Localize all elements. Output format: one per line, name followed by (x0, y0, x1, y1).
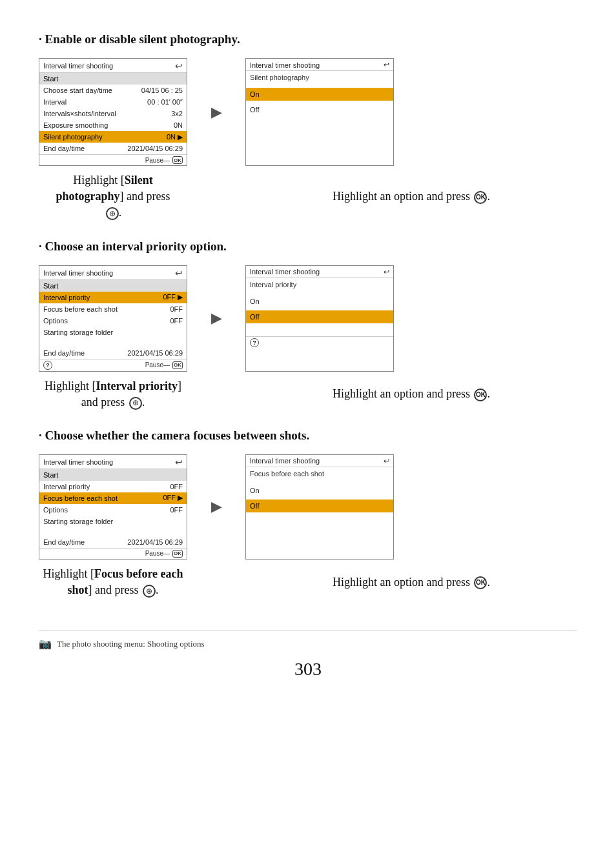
back-arrow-icon-2: ↩ (175, 268, 183, 278)
right-screen-1-title: Interval timer shooting (250, 61, 320, 69)
row-1-2-label: Interval (43, 98, 67, 106)
row-3-2-highlighted: Focus before each shot 0FF ▶ (39, 492, 187, 504)
left-screen-1-footer: Pause— OK (39, 154, 187, 165)
row-1-4: Exposure smoothing 0N (39, 119, 187, 131)
right-option-on-1: On (246, 88, 393, 101)
right-screen-2-header: Interval timer shooting ↩ (246, 266, 393, 278)
footer-text: The photo shooting menu: Shooting option… (57, 639, 205, 649)
right-caption-1: Highlight an option and press OK. (245, 172, 577, 221)
arrow-icon-1: ▶ (211, 104, 222, 121)
two-col-2: Interval timer shooting ↩ Start Interval… (39, 265, 577, 372)
row-1-2: Interval 00 : 01′ 00″ (39, 96, 187, 108)
section-heading-3: · Choose whether the camera focuses betw… (39, 429, 577, 443)
row-start-label-1: Start (43, 75, 58, 83)
heading-text-3: · Choose whether the camera focuses betw… (39, 429, 309, 442)
row-3-spacer (39, 527, 187, 536)
right-screen-1-header: Interval timer shooting ↩ (246, 59, 393, 71)
row-2-spacer (39, 338, 187, 347)
right-screen-3: Interval timer shooting ↩ Focus before e… (245, 454, 394, 560)
row-2-1-highlighted: Interval priority 0FF ▶ (39, 292, 187, 303)
left-screen-1: Interval timer shooting ↩ Start Choose s… (39, 58, 187, 166)
left-screen-1-title: Interval timer shooting (43, 62, 113, 70)
footer-pause-2: Pause— (55, 361, 170, 368)
right-screen-2: Interval timer shooting ↩ Interval prior… (245, 265, 394, 372)
row-3-3: Options 0FF (39, 504, 187, 516)
left-screen-3-title: Interval timer shooting (43, 458, 113, 466)
left-screen-3-footer: Pause— OK (39, 548, 187, 559)
row-1-5-val: 0N ▶ (167, 133, 183, 141)
footer-pause-text-1: Pause— (145, 157, 170, 164)
right-back-arrow-2: ↩ (384, 268, 389, 276)
page-content: · Enable or disable silent photography. … (39, 32, 577, 680)
ok-badge-1: OK (172, 156, 183, 164)
row-1-1-label: Choose start day/time (43, 86, 112, 94)
right-screen-1: Interval timer shooting ↩ Silent photogr… (245, 58, 394, 166)
section-focus-before-shot: · Choose whether the camera focuses betw… (39, 429, 577, 598)
footer-pause-3: Pause— (43, 550, 170, 557)
left-screen-2-footer: ? Pause— OK (39, 359, 187, 371)
row-3-4: Starting storage folder (39, 516, 187, 527)
right-screen-3-header: Interval timer shooting ↩ (246, 455, 393, 467)
question-mark-2: ? (43, 361, 52, 370)
nav-circle-3: ⊕ (143, 585, 156, 598)
row-1-3-label: Intervals×shots/interval (43, 110, 116, 117)
row-1-4-val: 0N (174, 121, 183, 129)
ok-circle-2: OK (474, 389, 487, 401)
row-start-1: Start (39, 73, 187, 85)
two-col-1: Interval timer shooting ↩ Start Choose s… (39, 58, 577, 166)
row-2-6: End day/time 2021/04/15 06:29 (39, 347, 187, 359)
row-start-3: Start (39, 469, 187, 481)
left-screen-2-title: Interval timer shooting (43, 269, 113, 277)
left-caption-1: Highlight [Silent photography] and press… (39, 172, 187, 221)
right-screen-2-footer: ? (246, 336, 393, 348)
row-2-3: Options 0FF (39, 315, 187, 327)
ok-circle-3: OK (474, 576, 487, 589)
heading-text-1: · Enable or disable silent photography. (39, 32, 240, 46)
nav-circle-1: ⊕ (106, 207, 119, 220)
caption-row-2: Highlight [Interval priority] and press … (39, 378, 577, 410)
back-arrow-icon-1: ↩ (175, 61, 183, 71)
right-section-label-3: Focus before each shot (246, 467, 393, 480)
right-back-arrow-3: ↩ (384, 457, 389, 465)
right-screen-2-title: Interval timer shooting (250, 268, 320, 276)
right-section-label-1: Silent photography (246, 71, 393, 84)
row-3-1: Interval priority 0FF (39, 481, 187, 492)
right-back-arrow-1: ↩ (384, 61, 389, 69)
row-2-2: Focus before each shot 0FF (39, 303, 187, 315)
right-section-label-2: Interval priority (246, 278, 393, 291)
arrow-3: ▶ (207, 454, 226, 560)
row-1-6-val: 2021/04/15 06:29 (127, 145, 183, 152)
row-2-4: Starting storage folder (39, 327, 187, 338)
camera-icon: 📷 (39, 638, 52, 650)
heading-text-2: · Choose an interval priority option. (39, 239, 227, 253)
row-1-6-label: End day/time (43, 145, 85, 152)
caption-row-1: Highlight [Silent photography] and press… (39, 172, 577, 221)
page-number: 303 (39, 659, 577, 680)
right-caption-2: Highlight an option and press OK. (245, 378, 577, 410)
section-heading-1: · Enable or disable silent photography. (39, 32, 577, 46)
row-1-5-label: Silent photography (43, 133, 103, 141)
row-3-6: End day/time 2021/04/15 06:29 (39, 536, 187, 548)
right-option-off-3: Off (246, 500, 393, 512)
row-1-3: Intervals×shots/interval 3x2 (39, 108, 187, 119)
ok-badge-3: OK (172, 550, 183, 558)
right-screen-3-title: Interval timer shooting (250, 457, 320, 465)
ok-badge-2: OK (172, 361, 183, 369)
arrow-2: ▶ (207, 265, 226, 372)
row-1-1: Choose start day/time 04/15 06 : 25 (39, 85, 187, 96)
page-footer: 📷 The photo shooting menu: Shooting opti… (39, 631, 577, 650)
right-option-off-2: Off (246, 310, 393, 323)
arrow-icon-3: ▶ (211, 498, 222, 515)
ok-circle-1: OK (474, 191, 487, 204)
left-caption-3: Highlight [Focus before each shot] and p… (39, 566, 187, 598)
left-screen-2-header: Interval timer shooting ↩ (39, 266, 187, 280)
right-caption-3: Highlight an option and press OK. (245, 566, 577, 598)
row-1-1-val: 04/15 06 : 25 (141, 86, 183, 94)
question-mark-right-2: ? (250, 338, 259, 347)
right-option-off-1: Off (246, 103, 393, 116)
section-heading-2: · Choose an interval priority option. (39, 239, 577, 254)
left-screen-3-header: Interval timer shooting ↩ (39, 455, 187, 469)
section-interval-priority: · Choose an interval priority option. In… (39, 239, 577, 410)
left-screen-2: Interval timer shooting ↩ Start Interval… (39, 265, 187, 372)
row-1-3-val: 3x2 (171, 110, 183, 117)
